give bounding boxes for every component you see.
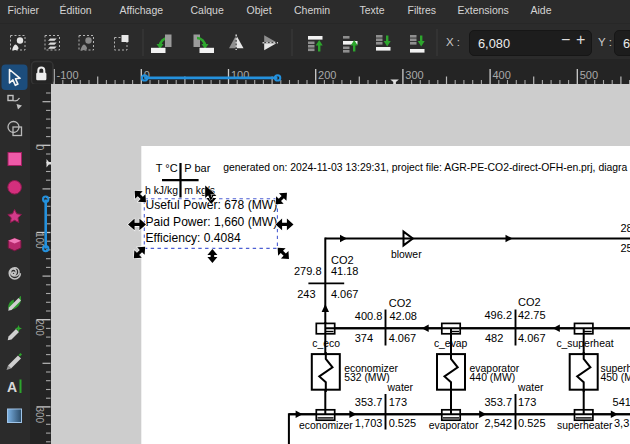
svg-text:440 (MW): 440 (MW): [470, 372, 516, 383]
svg-text:2,542: 2,542: [484, 417, 512, 429]
svg-text:CO2: CO2: [518, 296, 541, 308]
svg-text:-100: -100: [57, 69, 79, 81]
svg-text:h kJ/kg: h kJ/kg: [145, 185, 178, 196]
svg-text:42.08: 42.08: [389, 310, 417, 322]
svg-text:superheater: superheater: [557, 420, 613, 431]
svg-text:353.7: 353.7: [355, 396, 383, 408]
svg-text:4.067: 4.067: [331, 288, 359, 300]
svg-text:c_eco: c_eco: [312, 338, 340, 349]
svg-text:243: 243: [297, 288, 315, 300]
svg-text:0.525: 0.525: [389, 417, 417, 429]
svg-text:253: 253: [621, 242, 630, 254]
svg-text:c_evap: c_evap: [434, 338, 468, 349]
svg-text:economizer: economizer: [299, 420, 353, 431]
svg-text:450 (MW): 450 (MW): [601, 372, 630, 383]
svg-text:374: 374: [355, 332, 373, 344]
svg-text:285: 285: [621, 222, 630, 234]
svg-text:evaporator: evaporator: [429, 420, 479, 431]
svg-text:generated on: 2024-11-03 13:29: generated on: 2024-11-03 13:29:31, proje…: [223, 162, 627, 173]
svg-text:A: A: [7, 379, 17, 395]
svg-text:496.2: 496.2: [484, 309, 512, 321]
svg-text:0.525: 0.525: [518, 417, 546, 429]
svg-text:400: 400: [493, 69, 511, 81]
svg-text:c_superheat: c_superheat: [556, 338, 613, 349]
svg-text:200: 200: [318, 69, 336, 81]
svg-text:0: 0: [34, 145, 45, 151]
svg-text:water: water: [517, 382, 544, 393]
svg-text:water: water: [387, 382, 414, 393]
svg-text:CO2: CO2: [389, 297, 412, 309]
svg-text:541: 541: [613, 396, 630, 408]
svg-text:532 (MW): 532 (MW): [344, 372, 390, 383]
svg-text:173: 173: [389, 396, 407, 408]
svg-text:353.7: 353.7: [484, 396, 512, 408]
svg-text:blower: blower: [391, 249, 422, 260]
svg-text:41.18: 41.18: [331, 265, 359, 277]
svg-text:4.067: 4.067: [389, 332, 417, 344]
svg-text:Efficiency: 0.4084: Efficiency: 0.4084: [146, 231, 242, 245]
svg-text:3,3: 3,3: [614, 417, 629, 429]
svg-text:300: 300: [34, 406, 45, 423]
svg-text:400.8: 400.8: [355, 310, 383, 322]
svg-text:200: 200: [34, 319, 45, 336]
svg-text:173: 173: [518, 396, 536, 408]
svg-text:P bar: P bar: [184, 162, 210, 174]
svg-text:100: 100: [231, 69, 249, 81]
svg-text:500: 500: [580, 69, 598, 81]
svg-text:CO2: CO2: [331, 254, 354, 266]
svg-text:279.8: 279.8: [294, 265, 322, 277]
svg-text:482: 482: [485, 332, 503, 344]
svg-text:Paid Power: 1,660 (MW): Paid Power: 1,660 (MW): [146, 215, 278, 229]
svg-text:42.75: 42.75: [518, 309, 546, 321]
svg-text:4.067: 4.067: [518, 332, 546, 344]
svg-text:300: 300: [405, 69, 423, 81]
svg-text:1,703: 1,703: [355, 417, 383, 429]
svg-text:T °C: T °C: [156, 162, 178, 174]
